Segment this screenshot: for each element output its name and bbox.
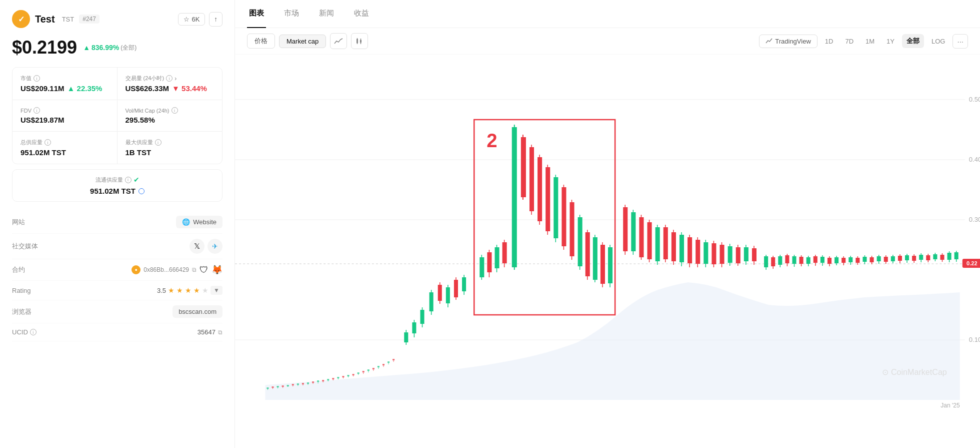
- tab-chart[interactable]: 图表: [247, 0, 266, 28]
- candle-chart-icon-button[interactable]: [351, 33, 368, 49]
- website-button[interactable]: 🌐 Website: [176, 216, 222, 228]
- ucid-copy-icon[interactable]: ⧉: [218, 329, 222, 336]
- copy-icon[interactable]: ⧉: [192, 266, 196, 273]
- ucid-info-icon[interactable]: i: [30, 329, 36, 335]
- log-button[interactable]: LOG: [927, 35, 950, 48]
- svg-rect-105: [554, 177, 558, 238]
- twitter-button[interactable]: 𝕏: [190, 239, 204, 254]
- svg-rect-111: [578, 217, 582, 266]
- share-button[interactable]: ↑: [209, 12, 222, 27]
- svg-rect-83: [462, 277, 466, 291]
- browser-value[interactable]: bscscan.com: [172, 305, 222, 318]
- svg-rect-181: [856, 258, 860, 263]
- rating-expand-button[interactable]: ▼: [210, 286, 222, 295]
- globe-icon: 🌐: [182, 218, 190, 226]
- svg-rect-147: [728, 246, 732, 263]
- svg-rect-177: [842, 258, 846, 263]
- svg-rect-41: [327, 379, 329, 380]
- svg-rect-185: [870, 257, 874, 262]
- svg-rect-3: [360, 40, 362, 43]
- svg-rect-37: [317, 380, 319, 382]
- tab-earnings[interactable]: 收益: [352, 0, 371, 28]
- market-cap-button[interactable]: Market cap: [279, 35, 326, 48]
- tab-news[interactable]: 新闻: [317, 0, 336, 28]
- time-1d-button[interactable]: 1D: [820, 35, 838, 48]
- svg-rect-131: [664, 227, 668, 259]
- vol-mkt-info-icon[interactable]: i: [172, 107, 178, 114]
- total-supply-info-icon[interactable]: i: [44, 139, 51, 146]
- svg-rect-171: [820, 257, 824, 263]
- svg-rect-137: [688, 237, 692, 263]
- star-button[interactable]: ☆ 6K: [178, 13, 205, 26]
- contract-row: 合约 ● 0x86Bb...666429 ⧉ 🛡 🦊: [12, 259, 222, 281]
- svg-rect-101: [538, 157, 542, 221]
- tradingview-button[interactable]: TradingView: [759, 35, 818, 48]
- svg-rect-127: [648, 222, 652, 259]
- svg-text:0.22: 0.22: [966, 260, 978, 266]
- svg-rect-121: [623, 207, 628, 251]
- contract-logo: ●: [132, 265, 140, 274]
- metamask-icon: 🦊: [212, 264, 222, 275]
- circ-supply-info-icon[interactable]: i: [125, 177, 132, 183]
- svg-rect-43: [332, 378, 334, 379]
- circle-progress-icon: [138, 188, 144, 194]
- svg-rect-191: [891, 256, 895, 261]
- stats-grid: 市值 i US$209.11M ▲ 22.35% 交易量 (24小时) i › …: [12, 67, 222, 164]
- star-2: ★: [176, 286, 183, 294]
- svg-rect-145: [720, 245, 724, 264]
- svg-rect-77: [438, 285, 442, 301]
- time-1m-button[interactable]: 1M: [861, 35, 879, 48]
- star-icon: ☆: [184, 16, 190, 23]
- svg-rect-35: [312, 381, 314, 383]
- total-supply-cell: 总供应量 i 951.02M TST: [12, 132, 118, 164]
- more-button[interactable]: ···: [952, 34, 968, 49]
- telegram-button[interactable]: ✈: [208, 239, 222, 254]
- svg-rect-39: [322, 380, 324, 381]
- svg-rect-61: [378, 366, 380, 367]
- svg-rect-75: [430, 292, 434, 311]
- svg-text:0.30: 0.30: [969, 216, 980, 223]
- time-7d-button[interactable]: 7D: [840, 35, 858, 48]
- svg-rect-115: [593, 237, 598, 280]
- market-cap-cell: 市值 i US$209.11M ▲ 22.35%: [12, 68, 118, 100]
- fdv-info-icon[interactable]: i: [34, 107, 40, 114]
- tab-market[interactable]: 市场: [282, 0, 301, 28]
- svg-rect-159: [778, 256, 782, 265]
- svg-rect-47: [342, 376, 344, 377]
- svg-text:0.40: 0.40: [969, 156, 980, 163]
- price-button[interactable]: 价格: [247, 34, 275, 49]
- svg-rect-79: [446, 287, 450, 303]
- svg-rect-109: [570, 202, 574, 256]
- svg-rect-151: [744, 247, 748, 261]
- ucid-row: UCID i 35647 ⧉: [12, 323, 222, 341]
- svg-rect-49: [348, 375, 350, 376]
- star-3: ★: [185, 286, 192, 294]
- svg-rect-51: [352, 374, 354, 375]
- volume-info-icon[interactable]: i: [166, 75, 172, 82]
- svg-rect-167: [806, 257, 810, 264]
- coin-symbol: TST: [62, 16, 74, 23]
- svg-rect-123: [631, 212, 636, 251]
- svg-rect-183: [862, 257, 866, 262]
- svg-rect-129: [656, 227, 660, 261]
- time-all-button[interactable]: 全部: [902, 34, 924, 48]
- svg-rect-97: [521, 137, 526, 197]
- svg-rect-193: [898, 256, 902, 261]
- max-supply-info-icon[interactable]: i: [155, 139, 162, 146]
- svg-rect-59: [372, 368, 374, 369]
- svg-rect-33: [307, 382, 309, 384]
- svg-rect-155: [764, 256, 768, 267]
- svg-rect-103: [546, 167, 550, 231]
- svg-rect-19: [272, 386, 274, 388]
- svg-rect-199: [919, 255, 923, 260]
- star-5: ★: [202, 286, 208, 294]
- svg-rect-21: [277, 386, 279, 387]
- svg-text:Jan '25: Jan '25: [940, 402, 960, 409]
- svg-rect-141: [704, 242, 708, 264]
- market-cap-info-icon[interactable]: i: [34, 75, 40, 82]
- line-chart-icon-button[interactable]: [330, 33, 347, 49]
- time-1y-button[interactable]: 1Y: [882, 35, 899, 48]
- svg-rect-31: [302, 383, 304, 384]
- volume-arrow-icon[interactable]: ›: [174, 75, 176, 82]
- svg-text:0.10: 0.10: [969, 336, 980, 343]
